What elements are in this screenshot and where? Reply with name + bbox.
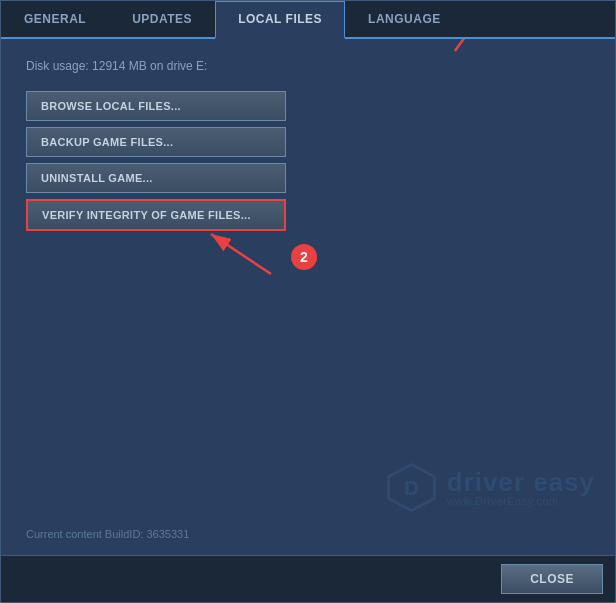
browse-local-files-button[interactable]: BROWSE LOCAL FILES...: [26, 91, 286, 121]
watermark-text: driver easy www.DriverEasy.com: [447, 469, 595, 507]
footer: CLOSE: [1, 555, 615, 602]
watermark-url: www.DriverEasy.com: [447, 495, 559, 507]
tab-updates[interactable]: UPDATES: [109, 1, 215, 37]
annotation-2-badge: 2: [291, 244, 317, 270]
annotation-1-arrow: [395, 39, 515, 61]
backup-game-files-button[interactable]: BACKUP GAME FILES...: [26, 127, 286, 157]
driver-easy-icon: D: [384, 460, 439, 515]
close-button[interactable]: CLOSE: [501, 564, 603, 594]
verify-integrity-button[interactable]: VERIFY INTEGRITY OF GAME FILES...: [26, 199, 286, 231]
tab-bar: GENERAL UPDATES LOCAL FILES LANGUAGE: [1, 1, 615, 39]
build-id-label: Current content BuildID: 3635331: [26, 528, 189, 540]
uninstall-game-button[interactable]: UNINSTALL GAME...: [26, 163, 286, 193]
svg-text:D: D: [404, 477, 419, 499]
tab-language[interactable]: LANGUAGE: [345, 1, 464, 37]
tab-general[interactable]: GENERAL: [1, 1, 109, 37]
content-area: Disk usage: 12914 MB on drive E: BROWSE …: [1, 39, 615, 555]
steam-properties-window: GENERAL UPDATES LOCAL FILES LANGUAGE Dis…: [0, 0, 616, 603]
watermark: D driver easy www.DriverEasy.com: [384, 460, 595, 515]
disk-usage-label: Disk usage: 12914 MB on drive E:: [26, 59, 590, 73]
action-buttons-list: BROWSE LOCAL FILES... BACKUP GAME FILES.…: [26, 91, 286, 231]
tab-local-files[interactable]: LOCAL FILES: [215, 1, 345, 39]
watermark-brand: driver easy: [447, 469, 595, 495]
